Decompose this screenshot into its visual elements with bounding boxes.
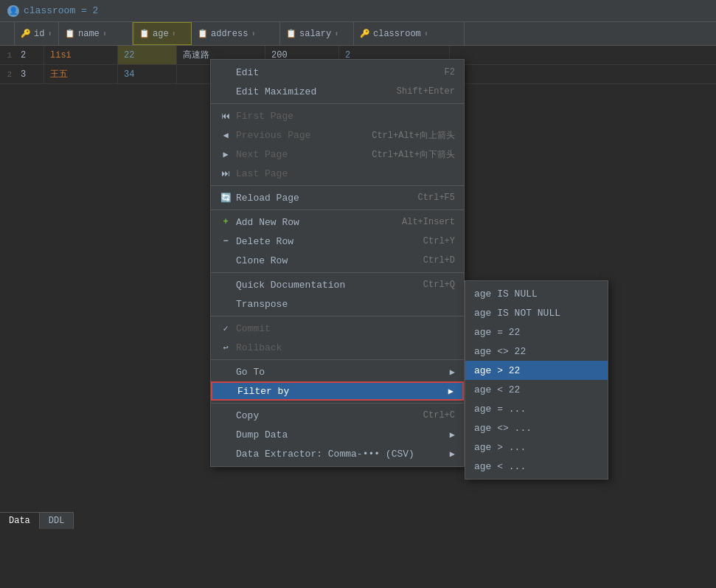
cell-name-1: lisi — [44, 46, 118, 64]
tab-data[interactable]: Data — [0, 513, 40, 529]
commit-icon: ✓ — [220, 323, 232, 334]
user-icon: 👤 — [7, 5, 19, 17]
prev-page-icon: ◀ — [220, 130, 232, 141]
separator — [211, 272, 464, 273]
separator — [211, 316, 464, 317]
table-icon-age: 📋 — [139, 29, 150, 38]
filter-age-is-null[interactable]: age IS NULL — [465, 284, 608, 303]
menu-first-page: ⏮ First Page — [211, 106, 464, 125]
sort-icon-id: ⬆ — [47, 30, 52, 38]
rollback-icon: ↩ — [220, 342, 232, 353]
filter-submenu: age IS NULL age IS NOT NULL age = 22 age… — [465, 280, 608, 480]
separator — [211, 210, 464, 210]
last-page-icon: ⏭ — [220, 168, 232, 179]
sort-icon-classroom: ⬆ — [424, 30, 428, 38]
menu-edit[interactable]: Edit F2 — [211, 63, 464, 82]
filter-age-is-not-null[interactable]: age IS NOT NULL — [465, 303, 608, 322]
menu-copy[interactable]: Copy Ctrl+C — [211, 406, 464, 425]
arrow-right-icon-dump: ▶ — [450, 429, 455, 440]
key-icon-classroom: 🔑 — [360, 29, 370, 38]
first-page-icon: ⏮ — [220, 111, 232, 122]
separator — [211, 103, 464, 104]
cell-name-2: 王五 — [44, 65, 118, 83]
row-number: 2 — [0, 70, 15, 79]
menu-edit-maximized[interactable]: Edit Maximized Shift+Enter — [211, 82, 464, 101]
menu-reload[interactable]: 🔄 Reload Page Ctrl+F5 — [211, 188, 464, 207]
col-header-classroom[interactable]: 🔑 classroom ⬆ — [354, 22, 465, 45]
add-icon: + — [220, 217, 232, 227]
arrow-right-icon-filter: ▶ — [448, 386, 453, 397]
col-header-salary[interactable]: 📋 salary ⬆ — [280, 22, 354, 45]
filter-age-lt-dots[interactable]: age < ... — [465, 457, 608, 476]
col-header-id[interactable]: 🔑 id ⬆ — [15, 22, 59, 45]
tab-ddl[interactable]: DDL — [40, 513, 74, 529]
table-icon-salary: 📋 — [286, 29, 296, 38]
menu-prev-page: ◀ Previous Page Ctrl+Alt+向上箭头 — [211, 125, 464, 145]
key-icon: 🔑 — [21, 29, 31, 38]
filter-age-eq-22[interactable]: age = 22 — [465, 322, 608, 342]
sort-icon-salary: ⬆ — [334, 30, 338, 38]
next-page-icon: ▶ — [220, 149, 232, 160]
menu-delete-row[interactable]: − Delete Row Ctrl+Y — [211, 232, 464, 251]
arrow-right-icon: ▶ — [450, 367, 455, 378]
filter-age-eq-dots[interactable]: age = ... — [465, 399, 608, 418]
menu-rollback: ↩ Rollback — [211, 338, 464, 357]
cell-age-1: 22 — [118, 46, 177, 64]
menu-last-page: ⏭ Last Page — [211, 164, 464, 183]
table-icon-address: 📋 — [198, 29, 208, 38]
table-icon-name: 📋 — [65, 29, 75, 38]
separator — [211, 185, 464, 186]
filter-age-gt-22[interactable]: age > 22 — [465, 361, 608, 380]
minus-icon: − — [220, 236, 232, 246]
col-header-age[interactable]: 📋 age ⬆ — [133, 22, 192, 45]
filter-age-gt-dots[interactable]: age > ... — [465, 437, 608, 457]
filter-age-neq-dots[interactable]: age <> ... — [465, 418, 608, 437]
sort-icon-address: ⬆ — [251, 30, 255, 38]
menu-filter-by[interactable]: Filter by ▶ — [211, 381, 464, 401]
sort-icon-name: ⬆ — [102, 30, 107, 38]
separator — [211, 403, 464, 404]
menu-clone-row[interactable]: Clone Row Ctrl+D — [211, 251, 464, 270]
context-menu: Edit F2 Edit Maximized Shift+Enter ⏮ Fir… — [210, 59, 465, 467]
bottom-tabs: Data DDL — [0, 512, 74, 529]
menu-data-extractor[interactable]: Data Extractor: Comma-••• (CSV) ▶ — [211, 444, 464, 463]
menu-transpose[interactable]: Transpose — [211, 294, 464, 314]
cell-id-1: 2 — [15, 46, 44, 64]
reload-icon: 🔄 — [220, 193, 232, 204]
filter-age-neq-22[interactable]: age <> 22 — [465, 342, 608, 361]
sort-icon-age: ⬆ — [172, 30, 176, 38]
menu-goto[interactable]: Go To ▶ — [211, 362, 464, 381]
menu-commit: ✓ Commit — [211, 319, 464, 338]
menu-dump-data[interactable]: Dump Data ▶ — [211, 425, 464, 444]
menu-next-page: ▶ Next Page Ctrl+Alt+向下箭头 — [211, 145, 464, 164]
arrow-right-icon-extractor: ▶ — [450, 449, 455, 460]
top-bar: 👤 classroom = 2 — [0, 0, 716, 22]
window-title: classroom = 2 — [24, 5, 98, 16]
menu-add-row[interactable]: + Add New Row Alt+Insert — [211, 212, 464, 232]
menu-quick-doc[interactable]: Quick Documentation Ctrl+Q — [211, 275, 464, 294]
table-header: 🔑 id ⬆ 📋 name ⬆ 📋 age ⬆ 📋 address ⬆ 📋 sa… — [0, 22, 716, 46]
cell-id-2: 3 — [15, 65, 44, 83]
col-header-name[interactable]: 📋 name ⬆ — [59, 22, 133, 45]
row-number: 1 — [0, 51, 15, 60]
col-header-address[interactable]: 📋 address ⬆ — [192, 22, 280, 45]
cell-age-2: 34 — [118, 65, 177, 83]
filter-age-lt-22[interactable]: age < 22 — [465, 380, 608, 399]
separator — [211, 359, 464, 360]
